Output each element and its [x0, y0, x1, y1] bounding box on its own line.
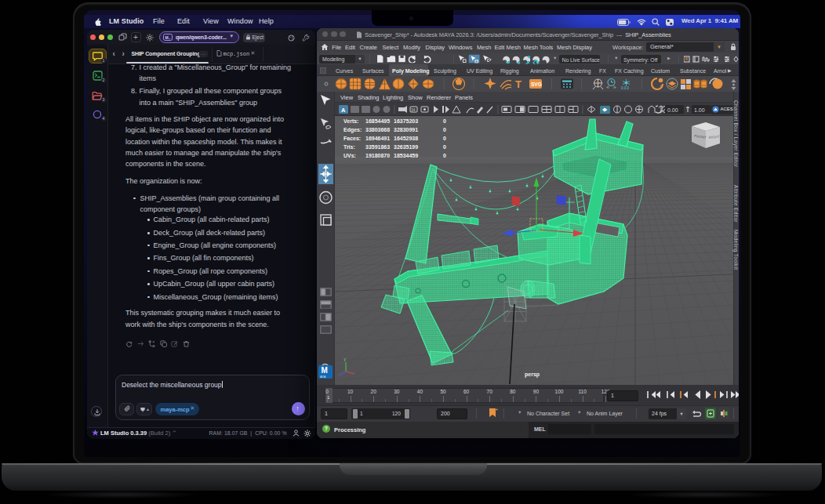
- svg-text:Verts:: Verts:: [343, 118, 358, 124]
- svg-text:SVG: SVG: [531, 82, 542, 87]
- svg-text:34: 34: [411, 107, 416, 112]
- svg-text:A: A: [341, 107, 346, 114]
- svg-text:16452938: 16452938: [394, 136, 418, 141]
- svg-text:0.0.0: 0.0.0: [621, 86, 630, 90]
- svg-text:UVs:: UVs:: [343, 153, 356, 158]
- svg-text:33803668: 33803668: [365, 127, 390, 132]
- svg-text:0: 0: [443, 127, 446, 132]
- svg-text:32830991: 32830991: [394, 127, 418, 132]
- svg-text:16375203: 16375203: [394, 118, 418, 124]
- svg-text:T: T: [515, 78, 522, 90]
- svg-text:Faces:: Faces:: [343, 136, 361, 141]
- svg-text:32635199: 32635199: [394, 144, 418, 150]
- svg-text:18534459: 18534459: [394, 153, 418, 158]
- svg-text:19180870: 19180870: [365, 153, 390, 158]
- svg-text:0: 0: [443, 153, 446, 158]
- svg-text:Tris:: Tris:: [343, 144, 355, 150]
- svg-text:0: 0: [443, 118, 446, 124]
- svg-text:persp: persp: [525, 372, 540, 378]
- svg-text:0: 0: [443, 136, 446, 141]
- svg-text:Edges:: Edges:: [343, 127, 362, 133]
- svg-text:16946491: 16946491: [365, 136, 390, 141]
- svg-text:0: 0: [443, 144, 446, 150]
- svg-text:16854495: 16854495: [365, 118, 390, 124]
- svg-text:33591863: 33591863: [365, 144, 390, 150]
- svg-text:0.00: 0.00: [667, 107, 678, 113]
- svg-text:1.00: 1.00: [694, 107, 705, 113]
